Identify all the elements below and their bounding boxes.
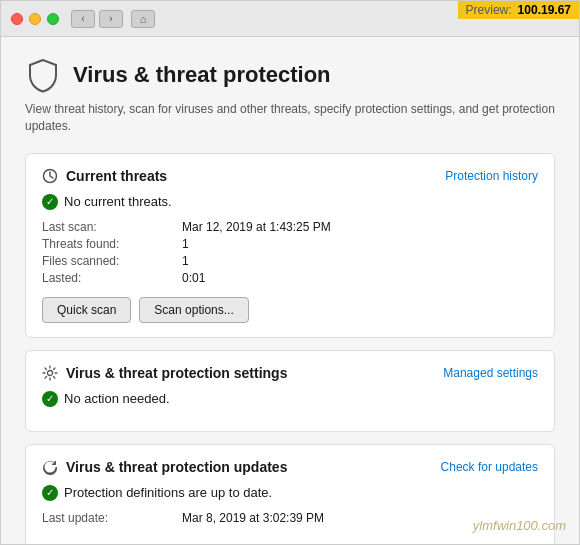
current-threats-title: Current threats xyxy=(66,168,167,184)
no-action-check-icon: ✓ xyxy=(42,391,58,407)
nav-buttons: ‹ › ⌂ xyxy=(71,10,155,28)
scan-button-row: Quick scan Scan options... xyxy=(42,297,538,323)
no-action-text: No action needed. xyxy=(64,391,170,406)
last-scan-label: Last scan: xyxy=(42,220,182,234)
home-button[interactable]: ⌂ xyxy=(131,10,155,28)
forward-button[interactable]: › xyxy=(99,10,123,28)
back-button[interactable]: ‹ xyxy=(71,10,95,28)
protection-updates-title-group: Virus & threat protection updates xyxy=(42,459,287,475)
page-header: Virus & threat protection xyxy=(25,57,555,93)
current-threats-icon xyxy=(42,168,58,184)
current-threats-status-row: ✓ No current threats. xyxy=(42,194,538,210)
lasted-label: Lasted: xyxy=(42,271,182,285)
scan-options-button[interactable]: Scan options... xyxy=(139,297,248,323)
threats-found-value: 1 xyxy=(182,237,538,251)
protection-settings-icon xyxy=(42,365,58,381)
window-controls xyxy=(11,13,59,25)
no-threats-text: No current threats. xyxy=(64,194,172,209)
page-subtitle: View threat history, scan for viruses an… xyxy=(25,101,555,135)
last-scan-value: Mar 12, 2019 at 1:43:25 PM xyxy=(182,220,538,234)
main-content: Virus & threat protection View threat hi… xyxy=(1,37,579,545)
protection-updates-header: Virus & threat protection updates Check … xyxy=(42,459,538,475)
protection-settings-title-group: Virus & threat protection settings xyxy=(42,365,287,381)
scan-info-grid: Last scan: Mar 12, 2019 at 1:43:25 PM Th… xyxy=(42,220,538,285)
current-threats-section: Current threats Protection history ✓ No … xyxy=(25,153,555,338)
last-update-label: Last update: xyxy=(42,511,182,525)
quick-scan-button[interactable]: Quick scan xyxy=(42,297,131,323)
version-number: 100.19.67 xyxy=(518,3,571,17)
protection-updates-title: Virus & threat protection updates xyxy=(66,459,287,475)
no-threats-check-icon: ✓ xyxy=(42,194,58,210)
protection-updates-status-row: ✓ Protection definitions are up to date. xyxy=(42,485,538,501)
threats-found-label: Threats found: xyxy=(42,237,182,251)
preview-label: Preview: xyxy=(466,3,512,17)
current-threats-header: Current threats Protection history xyxy=(42,168,538,184)
definitions-up-to-date-text: Protection definitions are up to date. xyxy=(64,485,272,500)
page-title: Virus & threat protection xyxy=(73,62,331,88)
managed-settings-link[interactable]: Managed settings xyxy=(443,366,538,380)
protection-settings-status-row: ✓ No action needed. xyxy=(42,391,538,407)
protection-settings-title: Virus & threat protection settings xyxy=(66,365,287,381)
last-update-value: Mar 8, 2019 at 3:02:39 PM xyxy=(182,511,538,525)
title-bar: ‹ › ⌂ Preview: 100.19.67 xyxy=(1,1,579,37)
lasted-value: 0:01 xyxy=(182,271,538,285)
shield-icon xyxy=(25,57,61,93)
protection-updates-icon xyxy=(42,459,58,475)
update-info-grid: Last update: Mar 8, 2019 at 3:02:39 PM xyxy=(42,511,538,525)
minimize-button[interactable] xyxy=(29,13,41,25)
files-scanned-value: 1 xyxy=(182,254,538,268)
files-scanned-label: Files scanned: xyxy=(42,254,182,268)
maximize-button[interactable] xyxy=(47,13,59,25)
protection-settings-header: Virus & threat protection settings Manag… xyxy=(42,365,538,381)
protection-updates-section: Virus & threat protection updates Check … xyxy=(25,444,555,545)
check-for-updates-link[interactable]: Check for updates xyxy=(441,460,538,474)
close-button[interactable] xyxy=(11,13,23,25)
svg-point-1 xyxy=(48,370,53,375)
definitions-up-to-date-icon: ✓ xyxy=(42,485,58,501)
protection-history-link[interactable]: Protection history xyxy=(445,169,538,183)
protection-settings-section: Virus & threat protection settings Manag… xyxy=(25,350,555,432)
current-threats-title-group: Current threats xyxy=(42,168,167,184)
preview-badge: Preview: 100.19.67 xyxy=(458,1,579,19)
